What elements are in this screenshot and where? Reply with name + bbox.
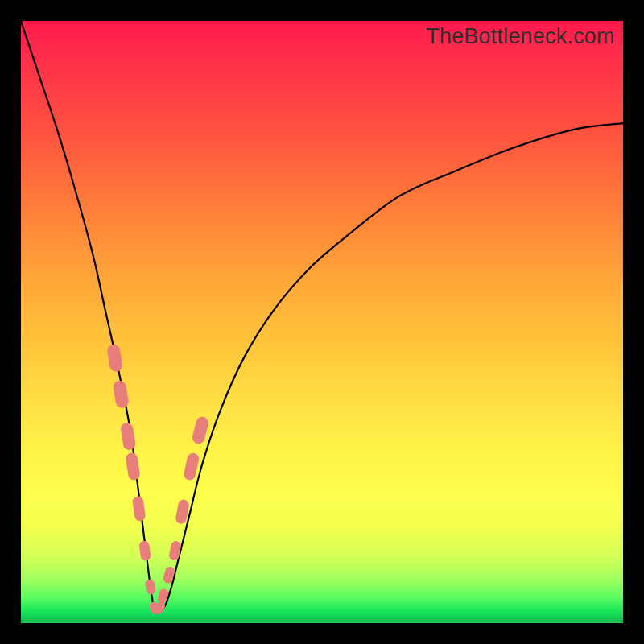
marker-pill bbox=[106, 344, 123, 373]
marker-pill bbox=[168, 540, 182, 562]
marker-pill bbox=[191, 415, 209, 445]
outer-frame: TheBottleneck.com bbox=[0, 0, 644, 644]
marker-pill bbox=[120, 422, 137, 451]
marker-pill bbox=[144, 579, 156, 596]
marker-dots bbox=[106, 344, 209, 616]
marker-pill bbox=[112, 380, 129, 409]
plot-area: TheBottleneck.com bbox=[21, 21, 623, 623]
marker-pill bbox=[183, 452, 200, 481]
marker-pill bbox=[138, 540, 151, 561]
curve-line bbox=[21, 21, 623, 611]
bottleneck-curve bbox=[21, 21, 623, 623]
marker-pill bbox=[125, 452, 140, 481]
marker-pill bbox=[132, 496, 147, 522]
